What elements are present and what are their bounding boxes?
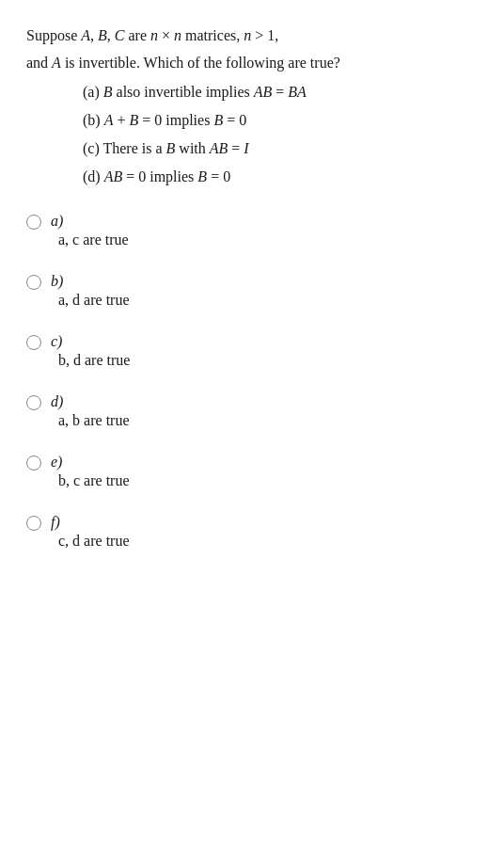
option-d-description: a, b are true (58, 412, 130, 429)
option-f-label: f) (51, 514, 130, 531)
sub-item-b: (b) A + B = 0 implies B = 0 (83, 107, 478, 134)
sub-items: (a) B also invertible implies AB = BA (b… (83, 79, 478, 190)
option-b-label: b) (51, 273, 130, 290)
options-list: a) a, c are true b) a, d are true c) b, … (26, 213, 478, 574)
question-line2: and A is invertible. Which of the follow… (26, 50, 478, 75)
option-f[interactable]: f) c, d are true (26, 514, 478, 550)
radio-a[interactable] (26, 215, 41, 230)
option-c-label: c) (51, 333, 130, 350)
option-a[interactable]: a) a, c are true (26, 213, 478, 248)
radio-f[interactable] (26, 516, 41, 531)
option-b-description: a, d are true (58, 292, 130, 309)
option-e-content: e) b, c are true (51, 454, 130, 489)
radio-b[interactable] (26, 275, 41, 290)
option-a-label: a) (51, 213, 129, 230)
option-d[interactable]: d) a, b are true (26, 393, 478, 429)
option-e-description: b, c are true (58, 472, 130, 489)
option-d-label: d) (51, 393, 130, 410)
option-e[interactable]: e) b, c are true (26, 454, 478, 489)
question-text: Suppose A, B, C are n × n matrices, n > … (26, 23, 478, 75)
option-c[interactable]: c) b, d are true (26, 333, 478, 369)
question-line1: Suppose A, B, C are n × n matrices, n > … (26, 23, 478, 48)
radio-c[interactable] (26, 335, 41, 350)
option-b-content: b) a, d are true (51, 273, 130, 309)
option-b[interactable]: b) a, d are true (26, 273, 478, 309)
option-c-description: b, d are true (58, 352, 130, 369)
radio-d[interactable] (26, 395, 41, 410)
radio-e[interactable] (26, 455, 41, 471)
option-a-description: a, c are true (58, 231, 129, 248)
sub-item-d: (d) AB = 0 implies B = 0 (83, 164, 478, 190)
option-f-content: f) c, d are true (51, 514, 130, 550)
option-d-content: d) a, b are true (51, 393, 130, 429)
option-e-label: e) (51, 454, 130, 471)
option-f-description: c, d are true (58, 533, 130, 550)
option-c-content: c) b, d are true (51, 333, 130, 369)
sub-item-c: (c) There is a B with AB = I (83, 136, 478, 162)
question-block: Suppose A, B, C are n × n matrices, n > … (26, 23, 478, 190)
sub-item-a: (a) B also invertible implies AB = BA (83, 79, 478, 105)
option-a-content: a) a, c are true (51, 213, 129, 248)
